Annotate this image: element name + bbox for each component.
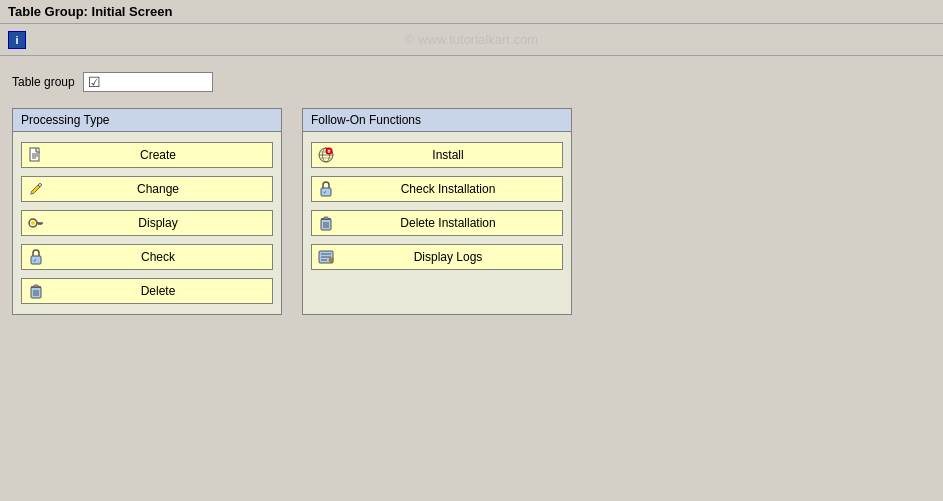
table-group-row: Table group ☑	[12, 72, 931, 92]
title-bar: Table Group: Initial Screen	[0, 0, 943, 24]
display-logs-button-label: Display Logs	[340, 250, 556, 264]
delete-installation-icon	[318, 215, 334, 231]
display-button-label: Display	[50, 216, 266, 230]
delete-button-label: Delete	[50, 284, 266, 298]
delete-button[interactable]: Delete	[21, 278, 273, 304]
svg-rect-28	[324, 217, 328, 219]
check-installation-button[interactable]: ✓ Check Installation	[311, 176, 563, 202]
processing-type-panel: Processing Type Create Change	[12, 108, 282, 315]
key-icon	[28, 215, 44, 231]
main-content: Table group ☑ Processing Type Create	[0, 56, 943, 331]
display-logs-button[interactable]: Display Logs	[311, 244, 563, 270]
install-button[interactable]: Install	[311, 142, 563, 168]
table-group-input[interactable]: ☑	[83, 72, 213, 92]
display-logs-icon	[318, 249, 334, 265]
panels-row: Processing Type Create Change	[12, 108, 931, 315]
pencil-icon	[28, 181, 44, 197]
svg-text:✓: ✓	[323, 189, 327, 195]
checkbox-icon: ☑	[88, 74, 101, 90]
table-group-label: Table group	[12, 75, 75, 89]
lock-check-icon: ✓	[28, 249, 44, 265]
title-text: Table Group: Initial Screen	[8, 4, 172, 19]
toolbar: i © www.tutorialkart.com	[0, 24, 943, 56]
svg-rect-13	[34, 285, 38, 287]
check-button[interactable]: ✓ Check	[21, 244, 273, 270]
delete-installation-button-label: Delete Installation	[340, 216, 556, 230]
create-button-label: Create	[50, 148, 266, 162]
trash-icon	[28, 283, 44, 299]
delete-installation-button[interactable]: Delete Installation	[311, 210, 563, 236]
check-installation-button-label: Check Installation	[340, 182, 556, 196]
processing-type-header: Processing Type	[13, 109, 281, 132]
globe-icon	[318, 147, 334, 163]
display-button[interactable]: Display	[21, 210, 273, 236]
follow-on-functions-panel: Follow-On Functions Install ✓ Check Inst…	[302, 108, 572, 315]
document-icon	[28, 147, 44, 163]
follow-on-functions-header: Follow-On Functions	[303, 109, 571, 132]
svg-text:✓: ✓	[33, 257, 37, 263]
watermark: © www.tutorialkart.com	[405, 32, 538, 47]
follow-on-functions-body: Install ✓ Check Installation Delete Inst…	[303, 132, 571, 280]
check-button-label: Check	[50, 250, 266, 264]
change-button[interactable]: Change	[21, 176, 273, 202]
info-icon: i	[8, 31, 26, 49]
create-button[interactable]: Create	[21, 142, 273, 168]
change-button-label: Change	[50, 182, 266, 196]
check-installation-icon: ✓	[318, 181, 334, 197]
svg-point-5	[31, 221, 35, 225]
svg-point-36	[329, 258, 333, 262]
install-button-label: Install	[340, 148, 556, 162]
processing-type-body: Create Change Display ✓	[13, 132, 281, 314]
